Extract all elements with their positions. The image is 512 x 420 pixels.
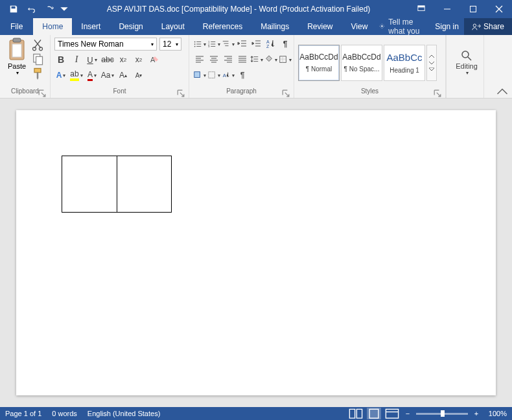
svg-text:A: A	[223, 73, 227, 78]
align-right-button[interactable]	[222, 53, 235, 66]
tab-file[interactable]: File	[0, 18, 33, 35]
zoom-thumb[interactable]	[441, 410, 445, 417]
minimize-button[interactable]	[434, 0, 460, 18]
status-words[interactable]: 0 words	[52, 410, 77, 417]
paragraph-group-label: Paragraph	[193, 88, 290, 98]
paste-button[interactable]: Paste	[4, 38, 30, 76]
tell-me-search[interactable]: Tell me what you	[377, 18, 430, 35]
tab-references[interactable]: References	[194, 18, 251, 35]
highlight-button[interactable]: ab	[70, 69, 83, 82]
style-sample: AaBbCc	[386, 52, 422, 63]
sign-in-button[interactable]: Sign in	[430, 18, 464, 35]
font-name-combo[interactable]: Times New Roman▾	[54, 38, 157, 51]
copy-button[interactable]	[31, 53, 44, 65]
cut-button[interactable]	[31, 39, 44, 51]
read-mode-button[interactable]	[349, 408, 363, 419]
justify-button[interactable]	[236, 53, 249, 66]
style-normal[interactable]: AaBbCcDd ¶ Normal	[298, 45, 340, 81]
strikethrough-button[interactable]: abc	[101, 53, 114, 66]
tab-review[interactable]: Review	[298, 18, 342, 35]
group-paragraph: 123 AZ ¶ A ¶ Par	[189, 35, 294, 98]
paragraph-mark-button[interactable]: ¶	[236, 69, 249, 82]
document-page[interactable]	[16, 110, 496, 395]
format-painter-button[interactable]	[31, 67, 44, 79]
style-heading-1[interactable]: AaBbCc Heading 1	[384, 45, 425, 81]
svg-rect-24	[209, 72, 215, 78]
document-area[interactable]	[0, 99, 512, 407]
grow-font-button[interactable]: A▴	[117, 69, 130, 82]
group-styles: AaBbCcDd ¶ Normal AaBbCcDd ¶ No Spac... …	[294, 35, 446, 98]
close-button[interactable]	[486, 0, 512, 18]
web-layout-button[interactable]	[385, 408, 399, 419]
styles-group-label: Styles	[298, 88, 441, 98]
svg-text:A: A	[266, 40, 270, 44]
statusbar: Page 1 of 1 0 words English (United Stat…	[0, 407, 512, 420]
tab-mailings[interactable]: Mailings	[251, 18, 298, 35]
align-left-button[interactable]	[193, 53, 206, 66]
font-size-combo[interactable]: 12▾	[159, 38, 181, 51]
line-spacing-button[interactable]	[250, 53, 263, 66]
style-sample: AaBbCcDd	[342, 52, 380, 62]
borders-button[interactable]	[279, 53, 292, 66]
print-layout-button[interactable]	[367, 408, 381, 419]
shading-button[interactable]	[264, 53, 277, 66]
undo-button[interactable]	[23, 1, 40, 18]
styles-launcher[interactable]	[434, 89, 441, 97]
svg-rect-7	[12, 44, 21, 57]
tab-home[interactable]: Home	[33, 18, 72, 35]
style-name: ¶ No Spac...	[344, 65, 380, 73]
redo-button[interactable]	[41, 1, 58, 18]
zoom-level[interactable]: 100%	[489, 410, 507, 417]
document-table[interactable]	[62, 156, 172, 213]
status-language[interactable]: English (United States)	[87, 410, 161, 417]
style-name: Heading 1	[390, 67, 419, 74]
decrease-indent-button[interactable]	[236, 38, 249, 51]
styles-gallery-more[interactable]	[426, 45, 437, 81]
zoom-out-button[interactable]: −	[403, 410, 412, 417]
clear-formatting-button[interactable]: A	[148, 53, 161, 66]
table-cell[interactable]	[117, 156, 172, 212]
sort-para-button[interactable]: A	[222, 69, 235, 82]
align-center-button[interactable]	[207, 53, 220, 66]
tab-layout[interactable]: Layout	[152, 18, 194, 35]
numbering-button[interactable]: 123	[207, 38, 220, 51]
ribbon-tabs: File Home Insert Design Layout Reference…	[0, 18, 512, 35]
superscript-button[interactable]: x2	[132, 53, 145, 66]
font-color-button[interactable]: A	[86, 69, 99, 82]
para-borders-button[interactable]	[207, 69, 220, 82]
zoom-in-button[interactable]: +	[472, 410, 481, 417]
svg-text:3: 3	[208, 45, 210, 48]
save-button[interactable]	[5, 1, 22, 18]
text-effects-button[interactable]: A	[54, 69, 67, 82]
subscript-button[interactable]: x2	[117, 53, 130, 66]
svg-point-26	[462, 51, 469, 58]
underline-button[interactable]: U	[86, 53, 99, 66]
editing-button[interactable]: Editing	[456, 49, 478, 76]
tab-insert[interactable]: Insert	[72, 18, 110, 35]
italic-button[interactable]: I	[70, 53, 83, 66]
font-launcher[interactable]	[177, 89, 185, 97]
shrink-font-button[interactable]: A▾	[132, 69, 145, 82]
clipboard-launcher[interactable]	[38, 89, 46, 97]
increase-indent-button[interactable]	[250, 38, 263, 51]
bold-button[interactable]: B	[54, 53, 67, 66]
sort-button[interactable]: AZ	[264, 38, 277, 51]
show-marks-button[interactable]: ¶	[279, 38, 292, 51]
multilevel-list-button[interactable]	[222, 38, 235, 51]
share-label: Share	[483, 22, 504, 31]
tab-view[interactable]: View	[342, 18, 377, 35]
change-case-button[interactable]: Aa	[101, 69, 114, 82]
ribbon-display-button[interactable]	[408, 0, 434, 18]
fill-effects-button[interactable]	[193, 69, 206, 82]
paragraph-launcher[interactable]	[282, 89, 290, 97]
table-cell[interactable]	[62, 156, 117, 212]
style-no-spacing[interactable]: AaBbCcDd ¶ No Spac...	[341, 45, 382, 81]
zoom-slider[interactable]	[416, 413, 468, 415]
bullets-button[interactable]	[193, 38, 206, 51]
maximize-button[interactable]	[460, 0, 486, 18]
share-button[interactable]: Share	[464, 18, 512, 35]
collapse-ribbon-button[interactable]	[496, 88, 508, 97]
status-page[interactable]: Page 1 of 1	[5, 410, 41, 417]
tab-design[interactable]: Design	[110, 18, 152, 35]
qat-customize-button[interactable]	[60, 1, 69, 18]
